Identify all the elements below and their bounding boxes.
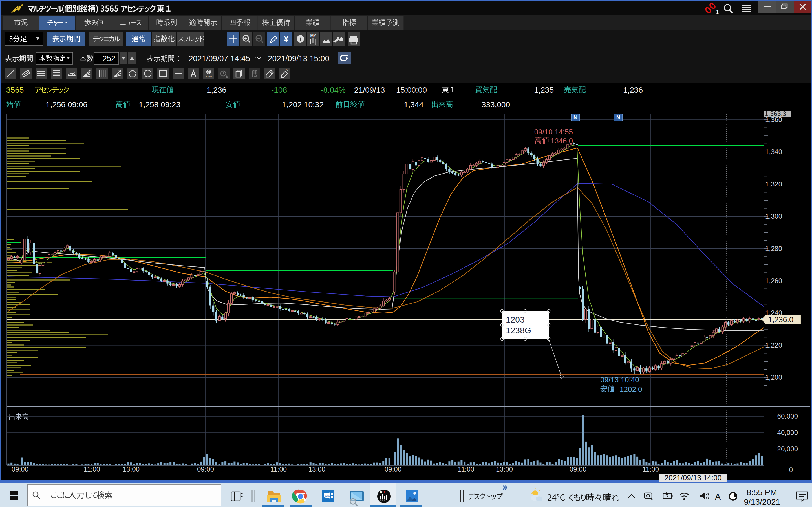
svg-text:1,258 09:23: 1,258 09:23: [139, 100, 181, 109]
svg-text:11:00: 11:00: [643, 465, 659, 473]
svg-text:A: A: [715, 492, 721, 502]
svg-text:09/13 10:40: 09/13 10:40: [600, 376, 639, 384]
svg-text:1,220: 1,220: [765, 341, 782, 349]
svg-text:i: i: [299, 36, 301, 43]
svg-text:N: N: [573, 114, 577, 121]
svg-text:-108: -108: [271, 86, 287, 94]
svg-text:13:00: 13:00: [123, 465, 140, 473]
svg-text:15:00:00: 15:00:00: [396, 86, 427, 94]
svg-text:1203: 1203: [506, 315, 525, 324]
svg-text:1,256 09:06: 1,256 09:06: [46, 100, 87, 109]
svg-text:09:00: 09:00: [569, 465, 587, 473]
svg-text:2021/09/13 15:00: 2021/09/13 15:00: [268, 54, 329, 63]
svg-text:12:00: 12:00: [325, 495, 330, 497]
svg-text:2021/09/13 14:00: 2021/09/13 14:00: [665, 473, 721, 482]
svg-text:¥: ¥: [284, 34, 289, 43]
svg-text:60,000: 60,000: [777, 412, 798, 420]
svg-text:11:00: 11:00: [458, 465, 474, 473]
svg-text:2021/09/07 14:45: 2021/09/07 14:45: [189, 54, 250, 63]
svg-text:1,236: 1,236: [207, 86, 226, 94]
svg-text:1,320: 1,320: [765, 180, 782, 188]
svg-text:20,000: 20,000: [777, 445, 798, 453]
svg-text:1,344: 1,344: [404, 100, 423, 109]
svg-text:1238G: 1238G: [506, 326, 531, 335]
svg-text:09:00: 09:00: [11, 465, 29, 473]
svg-text:09:00: 09:00: [385, 465, 402, 473]
svg-text:-8.04%: -8.04%: [320, 86, 346, 94]
svg-text:N: N: [616, 114, 620, 121]
svg-text:1: 1: [716, 9, 719, 15]
svg-text:1,363.3: 1,363.3: [765, 110, 786, 117]
svg-text:09:00: 09:00: [197, 465, 214, 473]
svg-text:8:55 PM: 8:55 PM: [747, 488, 777, 497]
svg-text:13:00: 13:00: [308, 465, 325, 473]
svg-text:3565: 3565: [6, 86, 24, 94]
svg-text:R: R: [380, 490, 383, 494]
svg-text:1,340: 1,340: [765, 148, 782, 156]
svg-text:0: 0: [789, 466, 793, 473]
svg-text:1,235: 1,235: [534, 86, 554, 94]
svg-text:1,280: 1,280: [765, 245, 782, 252]
svg-text:1,260: 1,260: [765, 277, 782, 284]
svg-text:1,236: 1,236: [623, 86, 643, 94]
svg-text:ICON: ICON: [206, 75, 212, 78]
svg-text:1,236.0: 1,236.0: [768, 316, 794, 324]
svg-text:333,000: 333,000: [481, 100, 510, 109]
svg-text:1,200: 1,200: [765, 374, 782, 381]
svg-text:9/13/2021: 9/13/2021: [744, 497, 780, 506]
svg-text:1346.0: 1346.0: [550, 136, 573, 145]
svg-text:09/10 14:55: 09/10 14:55: [534, 128, 573, 136]
svg-text:40,000: 40,000: [777, 429, 798, 436]
svg-text:252: 252: [103, 54, 115, 63]
svg-text:MY: MY: [310, 34, 317, 38]
svg-text:21/09/13: 21/09/13: [354, 86, 385, 94]
svg-text:11:00: 11:00: [84, 465, 100, 473]
svg-text:1,300: 1,300: [765, 212, 782, 220]
svg-text:1202.0: 1202.0: [620, 385, 642, 393]
svg-text:A: A: [286, 68, 288, 72]
svg-text:1,202 10:32: 1,202 10:32: [282, 100, 324, 109]
svg-text:13:00: 13:00: [496, 465, 513, 473]
svg-text:11:00: 11:00: [270, 465, 287, 473]
